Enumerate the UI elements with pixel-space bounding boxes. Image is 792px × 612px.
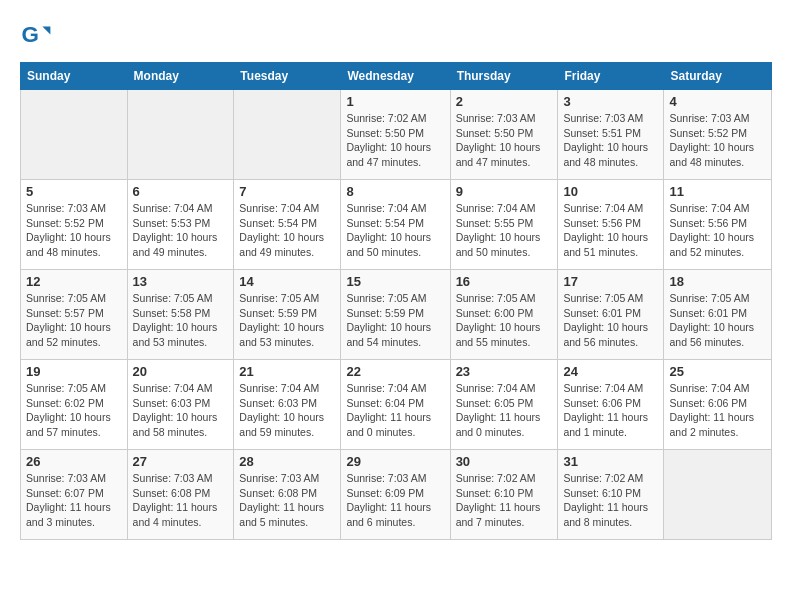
weekday-header-row: SundayMondayTuesdayWednesdayThursdayFrid… xyxy=(21,63,772,90)
day-info: Sunrise: 7:05 AM Sunset: 6:01 PM Dayligh… xyxy=(669,291,766,350)
day-info: Sunrise: 7:03 AM Sunset: 6:08 PM Dayligh… xyxy=(133,471,229,530)
calendar-cell: 29Sunrise: 7:03 AM Sunset: 6:09 PM Dayli… xyxy=(341,450,450,540)
day-number: 19 xyxy=(26,364,122,379)
day-info: Sunrise: 7:03 AM Sunset: 6:09 PM Dayligh… xyxy=(346,471,444,530)
weekday-header-thursday: Thursday xyxy=(450,63,558,90)
day-info: Sunrise: 7:04 AM Sunset: 6:05 PM Dayligh… xyxy=(456,381,553,440)
calendar-week-row: 26Sunrise: 7:03 AM Sunset: 6:07 PM Dayli… xyxy=(21,450,772,540)
day-number: 17 xyxy=(563,274,658,289)
calendar-cell: 5Sunrise: 7:03 AM Sunset: 5:52 PM Daylig… xyxy=(21,180,128,270)
calendar-cell: 16Sunrise: 7:05 AM Sunset: 6:00 PM Dayli… xyxy=(450,270,558,360)
day-number: 20 xyxy=(133,364,229,379)
calendar-cell xyxy=(127,90,234,180)
day-info: Sunrise: 7:03 AM Sunset: 6:08 PM Dayligh… xyxy=(239,471,335,530)
calendar-cell xyxy=(664,450,772,540)
calendar-cell: 20Sunrise: 7:04 AM Sunset: 6:03 PM Dayli… xyxy=(127,360,234,450)
day-number: 8 xyxy=(346,184,444,199)
calendar-week-row: 12Sunrise: 7:05 AM Sunset: 5:57 PM Dayli… xyxy=(21,270,772,360)
calendar-cell: 7Sunrise: 7:04 AM Sunset: 5:54 PM Daylig… xyxy=(234,180,341,270)
day-number: 5 xyxy=(26,184,122,199)
weekday-header-saturday: Saturday xyxy=(664,63,772,90)
calendar-cell: 3Sunrise: 7:03 AM Sunset: 5:51 PM Daylig… xyxy=(558,90,664,180)
calendar-cell: 12Sunrise: 7:05 AM Sunset: 5:57 PM Dayli… xyxy=(21,270,128,360)
calendar-cell: 17Sunrise: 7:05 AM Sunset: 6:01 PM Dayli… xyxy=(558,270,664,360)
calendar-cell: 30Sunrise: 7:02 AM Sunset: 6:10 PM Dayli… xyxy=(450,450,558,540)
day-info: Sunrise: 7:05 AM Sunset: 6:01 PM Dayligh… xyxy=(563,291,658,350)
day-number: 23 xyxy=(456,364,553,379)
day-number: 28 xyxy=(239,454,335,469)
calendar-cell: 23Sunrise: 7:04 AM Sunset: 6:05 PM Dayli… xyxy=(450,360,558,450)
day-number: 9 xyxy=(456,184,553,199)
day-number: 24 xyxy=(563,364,658,379)
calendar-cell: 27Sunrise: 7:03 AM Sunset: 6:08 PM Dayli… xyxy=(127,450,234,540)
day-info: Sunrise: 7:02 AM Sunset: 5:50 PM Dayligh… xyxy=(346,111,444,170)
calendar-cell: 11Sunrise: 7:04 AM Sunset: 5:56 PM Dayli… xyxy=(664,180,772,270)
day-number: 13 xyxy=(133,274,229,289)
day-info: Sunrise: 7:04 AM Sunset: 5:56 PM Dayligh… xyxy=(563,201,658,260)
calendar-week-row: 1Sunrise: 7:02 AM Sunset: 5:50 PM Daylig… xyxy=(21,90,772,180)
day-number: 21 xyxy=(239,364,335,379)
logo-icon: G xyxy=(20,20,52,52)
calendar-cell xyxy=(234,90,341,180)
day-info: Sunrise: 7:04 AM Sunset: 5:56 PM Dayligh… xyxy=(669,201,766,260)
weekday-header-wednesday: Wednesday xyxy=(341,63,450,90)
day-number: 3 xyxy=(563,94,658,109)
calendar-table: SundayMondayTuesdayWednesdayThursdayFrid… xyxy=(20,62,772,540)
day-number: 16 xyxy=(456,274,553,289)
day-number: 7 xyxy=(239,184,335,199)
day-number: 26 xyxy=(26,454,122,469)
day-number: 31 xyxy=(563,454,658,469)
day-info: Sunrise: 7:05 AM Sunset: 6:00 PM Dayligh… xyxy=(456,291,553,350)
calendar-cell: 22Sunrise: 7:04 AM Sunset: 6:04 PM Dayli… xyxy=(341,360,450,450)
weekday-header-monday: Monday xyxy=(127,63,234,90)
calendar-cell: 28Sunrise: 7:03 AM Sunset: 6:08 PM Dayli… xyxy=(234,450,341,540)
calendar-cell: 4Sunrise: 7:03 AM Sunset: 5:52 PM Daylig… xyxy=(664,90,772,180)
weekday-header-tuesday: Tuesday xyxy=(234,63,341,90)
day-info: Sunrise: 7:05 AM Sunset: 5:59 PM Dayligh… xyxy=(346,291,444,350)
day-info: Sunrise: 7:04 AM Sunset: 6:04 PM Dayligh… xyxy=(346,381,444,440)
calendar-cell: 13Sunrise: 7:05 AM Sunset: 5:58 PM Dayli… xyxy=(127,270,234,360)
calendar-cell: 10Sunrise: 7:04 AM Sunset: 5:56 PM Dayli… xyxy=(558,180,664,270)
day-info: Sunrise: 7:03 AM Sunset: 5:52 PM Dayligh… xyxy=(669,111,766,170)
logo: G xyxy=(20,20,58,52)
day-info: Sunrise: 7:04 AM Sunset: 5:53 PM Dayligh… xyxy=(133,201,229,260)
day-info: Sunrise: 7:04 AM Sunset: 6:06 PM Dayligh… xyxy=(669,381,766,440)
day-info: Sunrise: 7:04 AM Sunset: 5:54 PM Dayligh… xyxy=(346,201,444,260)
calendar-cell: 9Sunrise: 7:04 AM Sunset: 5:55 PM Daylig… xyxy=(450,180,558,270)
calendar-cell: 25Sunrise: 7:04 AM Sunset: 6:06 PM Dayli… xyxy=(664,360,772,450)
day-number: 1 xyxy=(346,94,444,109)
calendar-cell: 15Sunrise: 7:05 AM Sunset: 5:59 PM Dayli… xyxy=(341,270,450,360)
calendar-cell: 31Sunrise: 7:02 AM Sunset: 6:10 PM Dayli… xyxy=(558,450,664,540)
svg-marker-1 xyxy=(42,26,50,34)
day-info: Sunrise: 7:04 AM Sunset: 6:03 PM Dayligh… xyxy=(239,381,335,440)
calendar-week-row: 5Sunrise: 7:03 AM Sunset: 5:52 PM Daylig… xyxy=(21,180,772,270)
day-number: 18 xyxy=(669,274,766,289)
calendar-cell: 14Sunrise: 7:05 AM Sunset: 5:59 PM Dayli… xyxy=(234,270,341,360)
page-header: G xyxy=(20,20,772,52)
day-info: Sunrise: 7:04 AM Sunset: 5:55 PM Dayligh… xyxy=(456,201,553,260)
calendar-cell: 1Sunrise: 7:02 AM Sunset: 5:50 PM Daylig… xyxy=(341,90,450,180)
day-info: Sunrise: 7:05 AM Sunset: 5:59 PM Dayligh… xyxy=(239,291,335,350)
day-number: 27 xyxy=(133,454,229,469)
day-number: 2 xyxy=(456,94,553,109)
calendar-cell: 2Sunrise: 7:03 AM Sunset: 5:50 PM Daylig… xyxy=(450,90,558,180)
day-number: 25 xyxy=(669,364,766,379)
day-info: Sunrise: 7:02 AM Sunset: 6:10 PM Dayligh… xyxy=(563,471,658,530)
day-number: 30 xyxy=(456,454,553,469)
day-info: Sunrise: 7:05 AM Sunset: 6:02 PM Dayligh… xyxy=(26,381,122,440)
svg-text:G: G xyxy=(22,22,39,47)
calendar-week-row: 19Sunrise: 7:05 AM Sunset: 6:02 PM Dayli… xyxy=(21,360,772,450)
calendar-cell: 6Sunrise: 7:04 AM Sunset: 5:53 PM Daylig… xyxy=(127,180,234,270)
calendar-cell: 24Sunrise: 7:04 AM Sunset: 6:06 PM Dayli… xyxy=(558,360,664,450)
weekday-header-friday: Friday xyxy=(558,63,664,90)
day-number: 22 xyxy=(346,364,444,379)
day-info: Sunrise: 7:03 AM Sunset: 6:07 PM Dayligh… xyxy=(26,471,122,530)
day-number: 12 xyxy=(26,274,122,289)
day-number: 14 xyxy=(239,274,335,289)
day-info: Sunrise: 7:03 AM Sunset: 5:52 PM Dayligh… xyxy=(26,201,122,260)
day-info: Sunrise: 7:02 AM Sunset: 6:10 PM Dayligh… xyxy=(456,471,553,530)
day-info: Sunrise: 7:04 AM Sunset: 6:03 PM Dayligh… xyxy=(133,381,229,440)
day-number: 4 xyxy=(669,94,766,109)
calendar-cell: 26Sunrise: 7:03 AM Sunset: 6:07 PM Dayli… xyxy=(21,450,128,540)
calendar-cell xyxy=(21,90,128,180)
